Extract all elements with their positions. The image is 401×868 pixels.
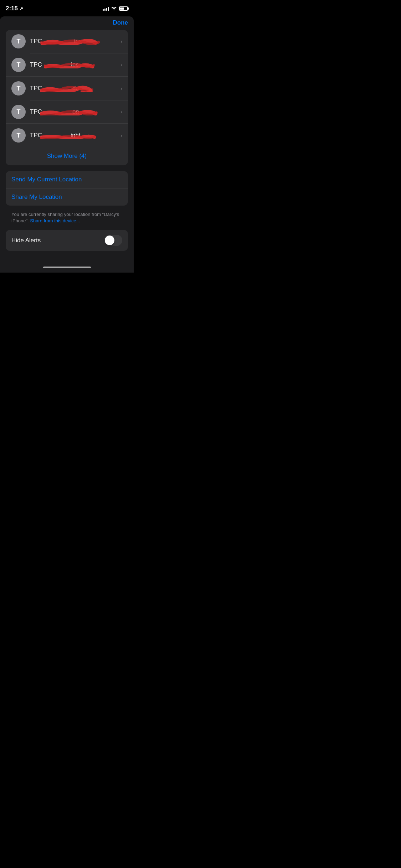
signal-bars-icon <box>103 6 109 11</box>
content-area: T TPC ins › T <box>0 30 134 264</box>
contact-name-wrapper: TPC do <box>30 85 118 92</box>
chevron-icon: › <box>120 38 122 44</box>
share-location-button[interactable]: Share My Location <box>6 188 128 206</box>
status-icons <box>103 6 128 11</box>
battery-icon <box>119 6 128 11</box>
avatar: T <box>11 81 26 95</box>
status-time: 2:15 ↗ <box>6 5 23 12</box>
chevron-icon: › <box>120 109 122 115</box>
hide-alerts-label: Hide Alerts <box>11 237 41 244</box>
contact-name: TPC ins <box>30 38 82 45</box>
send-location-button[interactable]: Send My Current Location <box>6 171 128 188</box>
contact-name: TPC on <box>30 108 79 115</box>
avatar: T <box>11 128 26 143</box>
signal-bar-1 <box>103 9 104 11</box>
share-from-device-link[interactable]: Share from this device... <box>30 218 80 223</box>
contact-name: TPC - les <box>30 61 79 68</box>
contact-name: TPC do <box>30 85 79 92</box>
list-item[interactable]: T TPC on › <box>6 100 128 124</box>
contact-name-wrapper: TPC ins <box>30 38 118 45</box>
signal-bar-4 <box>108 7 109 11</box>
status-bar: 2:15 ↗ <box>0 0 134 14</box>
avatar: T <box>11 105 26 119</box>
list-item[interactable]: T TPC ight › <box>6 124 128 147</box>
list-item[interactable]: T TPC do › <box>6 77 128 100</box>
time-display: 2:15 <box>6 5 18 12</box>
home-indicator <box>0 264 134 273</box>
signal-bar-3 <box>106 8 107 11</box>
location-actions-card: Send My Current Location Share My Locati… <box>6 171 128 206</box>
chevron-icon: › <box>120 133 122 138</box>
avatar: T <box>11 34 26 48</box>
done-button[interactable]: Done <box>113 19 128 26</box>
info-text: You are currently sharing your location … <box>6 210 128 230</box>
contact-name: TPC ight <box>30 132 81 139</box>
avatar: T <box>11 58 26 72</box>
list-item[interactable]: T TPC ins › <box>6 30 128 53</box>
share-location-label: Share My Location <box>11 193 62 200</box>
toggle-knob <box>105 236 114 245</box>
show-more-label: Show More (4) <box>47 153 87 159</box>
contact-name-wrapper: TPC ight <box>30 132 118 139</box>
contact-name-wrapper: TPC on <box>30 108 118 115</box>
top-bar: Done <box>0 16 134 30</box>
location-arrow-icon: ↗ <box>19 6 23 11</box>
wifi-icon <box>111 6 117 11</box>
contacts-card: T TPC ins › T <box>6 30 128 165</box>
signal-bar-2 <box>104 9 106 11</box>
hide-alerts-card: Hide Alerts <box>6 230 128 251</box>
battery-fill <box>120 7 124 10</box>
contact-name-wrapper: TPC - les <box>30 61 118 68</box>
hide-alerts-toggle[interactable] <box>104 235 122 246</box>
home-bar <box>43 267 91 268</box>
chevron-icon: › <box>120 62 122 68</box>
list-item[interactable]: T TPC - les › <box>6 53 128 77</box>
show-more-button[interactable]: Show More (4) <box>6 147 128 165</box>
chevron-icon: › <box>120 86 122 91</box>
send-location-label: Send My Current Location <box>11 176 82 183</box>
contact-list: T TPC ins › T <box>6 30 128 147</box>
